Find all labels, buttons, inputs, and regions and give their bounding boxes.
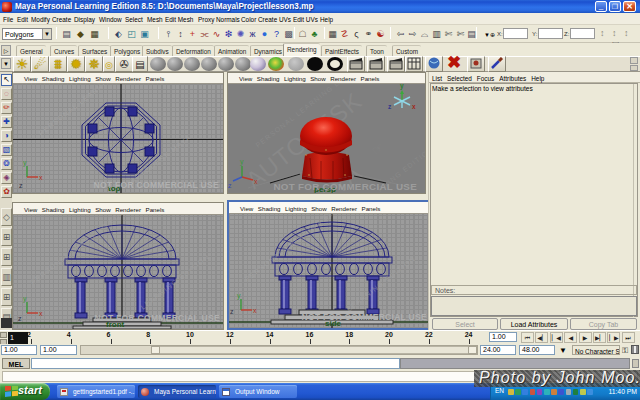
svg-text:x: x (254, 178, 258, 185)
svg-text:z: z (18, 315, 22, 322)
svg-text:y: y (240, 158, 244, 166)
svg-text:z: z (19, 182, 23, 189)
svg-text:LEARNING EDITION: LEARNING EDITION (139, 253, 211, 311)
svg-text:y: y (237, 292, 241, 300)
svg-text:x: x (412, 103, 416, 110)
svg-text:y: y (23, 295, 27, 303)
svg-text:z: z (228, 182, 232, 189)
svg-text:PERSONAL LEARNING EDITION: PERSONAL LEARNING EDITION (243, 214, 354, 283)
svg-text:z: z (230, 308, 234, 315)
svg-text:x: x (39, 310, 43, 317)
svg-text:AUTODESK MAYA: AUTODESK MAYA (129, 133, 192, 185)
svg-text:☞: ☞ (369, 139, 387, 158)
svg-text:x: x (253, 307, 257, 314)
svg-text:z: z (388, 103, 392, 110)
svg-text:x: x (39, 174, 43, 181)
svg-text:y: y (23, 159, 27, 167)
svg-text:y: y (400, 84, 404, 90)
svg-text:PERSONAL LEARNING EDITION: PERSONAL LEARNING EDITION (29, 215, 140, 286)
